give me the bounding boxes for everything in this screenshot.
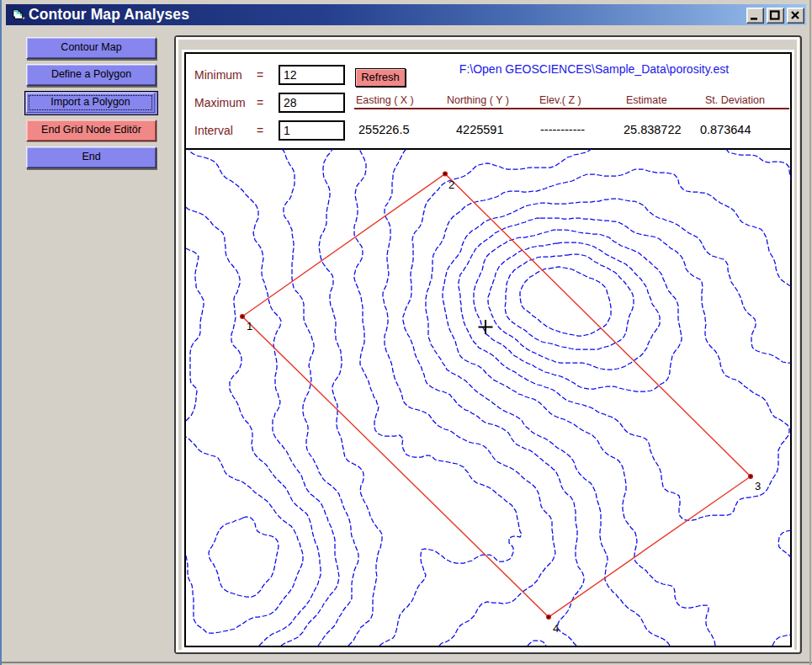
svg-text:4: 4 — [553, 622, 559, 635]
svg-text:3: 3 — [755, 480, 761, 492]
svg-text:2: 2 — [448, 178, 454, 191]
svg-text:1: 1 — [247, 320, 252, 332]
